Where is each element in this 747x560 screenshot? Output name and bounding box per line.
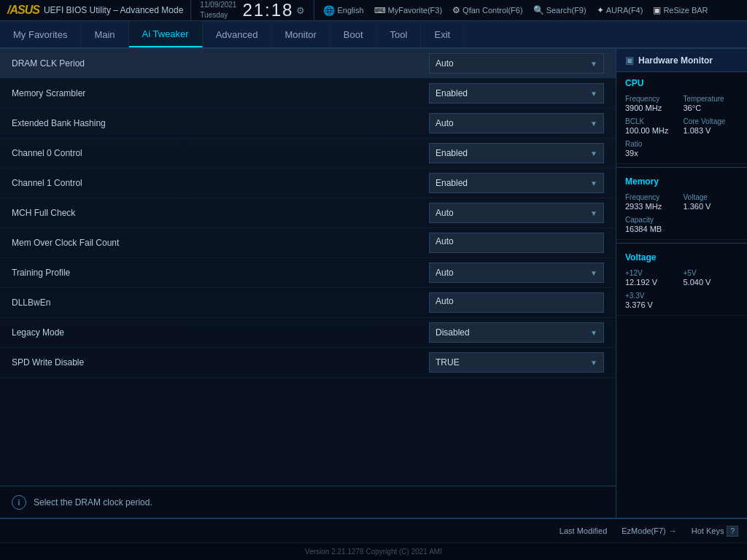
dropdown-arrow-ch1: ▼ — [590, 179, 597, 187]
search-btn[interactable]: 🔍 Search(F9) — [533, 5, 587, 15]
control-mem-scrambler[interactable]: Enabled ▼ — [429, 83, 604, 104]
hw-monitor-header: ▣ Hardware Monitor — [616, 49, 747, 72]
language-selector[interactable]: 🌐 English — [323, 5, 363, 16]
dropdown-mem-scrambler[interactable]: Enabled ▼ — [429, 83, 604, 104]
resize-label: ReSize BAR — [663, 6, 708, 15]
qfan-label: Qfan Control(F6) — [462, 6, 523, 15]
setting-name-spd: SPD Write Disable — [12, 357, 429, 368]
memory-section: Memory Frequency 2933 MHz Voltage 1.360 … — [616, 171, 747, 240]
hotkeys-btn-badge[interactable]: ? — [727, 526, 738, 537]
control-ch1[interactable]: Enabled ▼ — [429, 173, 604, 193]
tab-monitor[interactable]: Monitor — [272, 21, 330, 47]
dropdown-ch1[interactable]: Enabled ▼ — [429, 173, 604, 193]
control-training[interactable]: Auto ▼ — [429, 262, 604, 283]
dropdown-arrow-mch: ▼ — [590, 209, 597, 217]
tab-my-favorites[interactable]: My Favorites — [0, 21, 81, 47]
setting-row-training[interactable]: Training Profile Auto ▼ — [0, 258, 616, 288]
setting-row-ext-bank[interactable]: Extended Bank Hashing Auto ▼ — [0, 109, 616, 139]
dropdown-mch[interactable]: Auto ▼ — [429, 203, 604, 223]
tab-boot[interactable]: Boot — [330, 21, 377, 47]
search-icon: 🔍 — [533, 5, 544, 15]
control-mem-oc[interactable]: Auto — [429, 233, 604, 253]
settings-icon[interactable]: ⚙ — [296, 5, 305, 16]
setting-row-mem-oc[interactable]: Mem Over Clock Fail Count Auto — [0, 228, 616, 258]
dropdown-arrow-ext-bank: ▼ — [590, 120, 597, 128]
resize-bar-btn[interactable]: ▣ ReSize BAR — [653, 5, 708, 15]
tab-advanced[interactable]: Advanced — [203, 21, 272, 47]
control-ch0[interactable]: Enabled ▼ — [429, 143, 604, 163]
bios-title: UEFI BIOS Utility – Advanced Mode — [44, 5, 183, 15]
cpu-ratio-label: Ratio — [625, 139, 738, 149]
control-mch[interactable]: Auto ▼ — [429, 203, 604, 223]
info-text: Select the DRAM clock period. — [34, 497, 152, 508]
dropdown-dram-clk[interactable]: Auto ▼ — [429, 53, 604, 74]
hotkeys-btn[interactable]: Hot Keys ? — [692, 526, 738, 537]
aura-btn[interactable]: ✦ AURA(F4) — [597, 5, 643, 15]
cpu-bclk-value: 100.00 MHz — [625, 126, 681, 135]
dropdown-arrow-spd: ▼ — [590, 359, 597, 367]
cpu-ratio-value: 39x — [625, 149, 738, 158]
resize-icon: ▣ — [653, 5, 661, 15]
last-modified-btn[interactable]: Last Modified — [560, 526, 607, 535]
monitor-icon: ▣ — [625, 55, 634, 66]
setting-name-dll: DLLBwEn — [12, 298, 429, 308]
memory-section-title: Memory — [625, 176, 738, 187]
mem-capacity-item: Capacity 16384 MB — [625, 215, 738, 233]
setting-row-spd[interactable]: SPD Write Disable TRUE ▼ — [0, 348, 616, 378]
setting-row-dram-clk[interactable]: DRAM CLK Period Auto ▼ — [0, 49, 616, 79]
qfan-btn[interactable]: ⚙ Qfan Control(F6) — [452, 5, 523, 15]
control-dll[interactable]: Auto — [429, 292, 604, 313]
tab-exit[interactable]: Exit — [421, 21, 464, 47]
ezmode-btn[interactable]: EzMode(F7) → — [622, 526, 677, 535]
mem-capacity-label: Capacity — [625, 215, 738, 225]
cpu-ratio-item: Ratio 39x — [625, 139, 738, 158]
cpu-section: CPU Frequency 3900 MHz Temperature 36°C … — [616, 72, 747, 164]
last-modified-label: Last Modified — [560, 526, 607, 535]
control-ext-bank[interactable]: Auto ▼ — [429, 113, 604, 133]
ezmode-label: EzMode(F7) — [622, 526, 666, 535]
tab-main[interactable]: Main — [81, 21, 128, 47]
globe-icon: 🌐 — [323, 5, 335, 16]
cpu-frequency-item: Frequency 3900 MHz — [625, 94, 681, 112]
setting-row-mch[interactable]: MCH Full Check Auto ▼ — [0, 198, 616, 228]
setting-row-ch1[interactable]: Channel 1 Control Enabled ▼ — [0, 168, 616, 198]
aura-icon: ✦ — [597, 5, 604, 15]
dropdown-arrow-dram-clk: ▼ — [590, 60, 597, 68]
dropdown-arrow-training: ▼ — [590, 269, 597, 277]
dropdown-spd[interactable]: TRUE ▼ — [429, 352, 604, 373]
setting-row-ch0[interactable]: Channel 0 Control Enabled ▼ — [0, 139, 616, 168]
setting-name-mch: MCH Full Check — [12, 208, 429, 218]
dropdown-training[interactable]: Auto ▼ — [429, 262, 604, 283]
setting-row-legacy[interactable]: Legacy Mode Disabled ▼ — [0, 318, 616, 348]
setting-name-ext-bank: Extended Bank Hashing — [12, 118, 429, 128]
hotkeys-label: Hot Keys — [692, 526, 724, 535]
dropdown-ext-bank[interactable]: Auto ▼ — [429, 113, 604, 133]
mem-frequency-value: 2933 MHz — [625, 202, 681, 211]
setting-row-dll[interactable]: DLLBwEn Auto — [0, 288, 616, 318]
v33-item: +3.3V 3.376 V — [625, 291, 738, 309]
cpu-core-voltage-item: Core Voltage 1.083 V — [684, 117, 739, 135]
dropdown-arrow-mem-scrambler: ▼ — [590, 90, 597, 98]
search-label: Search(F9) — [546, 6, 587, 15]
mem-voltage-label: Voltage — [684, 192, 739, 202]
setting-row-mem-scrambler[interactable]: Memory Scrambler Enabled ▼ — [0, 79, 616, 109]
tab-tool[interactable]: Tool — [377, 21, 422, 47]
control-legacy[interactable]: Disabled ▼ — [429, 322, 604, 343]
cpu-core-voltage-value: 1.083 V — [684, 126, 739, 135]
my-favorite-label: MyFavorite(F3) — [388, 6, 443, 15]
version-bar: Version 2.21.1278 Copyright (C) 2021 AMI — [0, 542, 747, 560]
toolbar: 🌐 English ⌨ MyFavorite(F3) ⚙ Qfan Contro… — [314, 0, 747, 20]
my-favorite-btn[interactable]: ⌨ MyFavorite(F3) — [374, 6, 443, 15]
keyboard-icon: ⌨ — [374, 6, 386, 15]
dropdown-ch0[interactable]: Enabled ▼ — [429, 143, 604, 163]
ezmode-arrow-icon: → — [669, 526, 677, 535]
dropdown-legacy[interactable]: Disabled ▼ — [429, 322, 604, 343]
cpu-section-title: CPU — [625, 78, 738, 88]
tab-ai-tweaker[interactable]: Ai Tweaker — [129, 21, 203, 47]
v33-label: +3.3V — [625, 291, 738, 300]
time-area: 11/09/2021 Tuesday 21:18 ⚙ — [191, 0, 314, 20]
control-dram-clk[interactable]: Auto ▼ — [429, 53, 604, 74]
mem-voltage-item: Voltage 1.360 V — [684, 192, 739, 211]
control-spd[interactable]: TRUE ▼ — [429, 352, 604, 373]
voltage-section: Voltage +12V 12.192 V +5V 5.040 V +3.3V … — [616, 246, 747, 316]
